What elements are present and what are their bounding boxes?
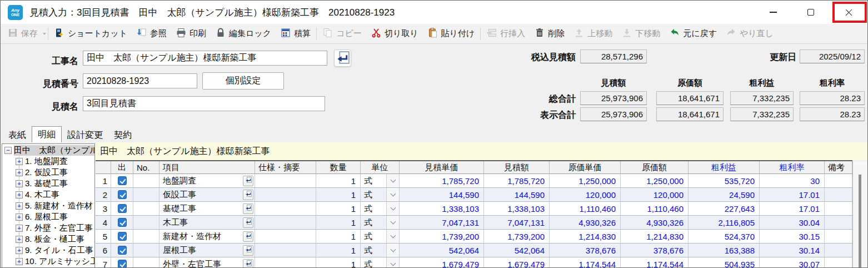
item-detail-button[interactable] xyxy=(243,190,253,200)
toolbar-cut-button[interactable]: 切り取り xyxy=(366,26,423,42)
toolbar-lock-button[interactable]: 編集ロック xyxy=(211,26,276,42)
note-cell[interactable] xyxy=(825,230,852,244)
toolbar-paste-button[interactable]: 貼り付け xyxy=(423,26,480,42)
spec-cell[interactable] xyxy=(255,230,316,244)
qty-cell[interactable]: 1 xyxy=(316,188,361,202)
no-cell[interactable] xyxy=(133,188,159,202)
tree-item[interactable]: +10. アルミサッシ工事 xyxy=(2,256,94,267)
toolbar-print-button[interactable]: 印刷 xyxy=(171,26,211,42)
no-cell[interactable] xyxy=(133,244,159,257)
expand-icon[interactable]: + xyxy=(16,202,23,210)
toolbar-undo-button[interactable]: 元に戻す xyxy=(665,26,721,42)
unit-cell[interactable]: 式 xyxy=(361,216,400,230)
unit-cell[interactable]: 式 xyxy=(361,202,400,216)
output-checkbox[interactable] xyxy=(118,176,127,185)
toolbar-refer-button[interactable]: 参照 xyxy=(132,26,171,42)
item-cell[interactable]: 基礎工事 xyxy=(159,202,255,216)
qty-cell[interactable]: 1 xyxy=(316,244,361,257)
expand-icon[interactable]: + xyxy=(16,191,23,198)
output-checkbox[interactable] xyxy=(118,218,127,227)
cost-amount-cell[interactable]: 1,110,460 xyxy=(621,202,689,216)
item-detail-button[interactable] xyxy=(243,245,253,256)
unit-cell[interactable]: 式 xyxy=(361,244,400,257)
spec-cell[interactable] xyxy=(255,257,316,268)
note-cell[interactable] xyxy=(825,257,852,268)
output-checkbox[interactable] xyxy=(118,260,127,268)
tree-item[interactable]: +1. 地盤調査 xyxy=(2,156,94,167)
amount-cell[interactable]: 1,739,200 xyxy=(484,230,550,244)
unit-dropdown-button[interactable] xyxy=(386,244,399,257)
cost-unit-price-cell[interactable]: 378,676 xyxy=(550,244,621,257)
expand-icon[interactable]: + xyxy=(16,180,23,187)
unit-price-cell[interactable]: 542,064 xyxy=(400,244,484,257)
no-cell[interactable] xyxy=(133,216,159,230)
unit-dropdown-button[interactable] xyxy=(386,216,399,229)
expand-icon[interactable]: + xyxy=(16,214,23,221)
tree-item[interactable]: +2. 仮設工事 xyxy=(2,167,94,178)
note-cell[interactable] xyxy=(825,174,852,188)
cost-amount-cell[interactable]: 1,214,830 xyxy=(621,230,689,244)
expand-icon[interactable]: + xyxy=(16,158,23,165)
unit-dropdown-button[interactable] xyxy=(386,174,399,187)
item-cell[interactable]: 新建材・造作材 xyxy=(159,230,255,244)
collapse-icon[interactable]: − xyxy=(4,147,12,154)
qty-cell[interactable]: 1 xyxy=(316,257,361,268)
gross-rate-cell[interactable]: 17.01 xyxy=(760,202,825,216)
amount-cell[interactable]: 1,338,103 xyxy=(484,202,550,216)
amount-cell[interactable]: 1,785,720 xyxy=(484,174,550,188)
vertical-scrollbar[interactable] xyxy=(852,161,868,268)
spec-cell[interactable] xyxy=(255,188,316,202)
unit-dropdown-button[interactable] xyxy=(386,230,399,243)
spec-cell[interactable] xyxy=(255,174,316,188)
cost-amount-cell[interactable]: 378,676 xyxy=(621,244,689,257)
cost-amount-cell[interactable]: 4,930,326 xyxy=(621,216,689,230)
unit-dropdown-button[interactable] xyxy=(386,188,399,201)
unit-price-cell[interactable]: 1,739,200 xyxy=(400,230,484,244)
item-detail-button[interactable] xyxy=(243,204,253,214)
unit-price-cell[interactable]: 1,785,720 xyxy=(400,174,484,188)
amount-cell[interactable]: 1,679,479 xyxy=(484,257,550,268)
item-cell[interactable]: 木工事 xyxy=(159,216,255,230)
unit-cell[interactable]: 式 xyxy=(361,230,400,244)
gross-profit-cell[interactable]: 524,370 xyxy=(689,230,760,244)
item-cell[interactable]: 地盤調査 xyxy=(159,174,255,188)
no-cell[interactable] xyxy=(133,202,159,216)
note-cell[interactable] xyxy=(825,188,852,202)
toolbar-trash-button[interactable]: 削除 xyxy=(530,26,569,42)
expand-icon[interactable]: + xyxy=(16,169,23,176)
gross-rate-cell[interactable]: 30.04 xyxy=(760,216,825,230)
minimize-button[interactable] xyxy=(754,1,792,24)
unit-price-cell[interactable]: 7,047,131 xyxy=(400,216,484,230)
estimate-name-input[interactable] xyxy=(83,96,325,111)
expand-icon[interactable]: + xyxy=(16,236,23,243)
item-detail-button[interactable] xyxy=(243,217,253,228)
unit-price-cell[interactable]: 1,679,479 xyxy=(400,257,484,268)
cost-unit-price-cell[interactable]: 1,174,544 xyxy=(550,257,621,268)
qty-cell[interactable]: 1 xyxy=(316,230,361,244)
estimate-no-input[interactable] xyxy=(83,73,197,88)
note-cell[interactable] xyxy=(825,216,852,230)
close-button[interactable] xyxy=(830,1,867,24)
expand-icon[interactable]: + xyxy=(16,258,23,265)
output-checkbox[interactable] xyxy=(118,232,127,241)
tree-item[interactable]: +8. 板金・樋工事 xyxy=(2,234,94,245)
gross-rate-cell[interactable]: 30.07 xyxy=(760,257,825,268)
item-detail-button[interactable] xyxy=(243,231,253,242)
gross-profit-cell[interactable]: 504,935 xyxy=(689,257,760,268)
toolbar-door-button[interactable]: ショートカット xyxy=(49,26,132,42)
expand-icon[interactable]: + xyxy=(16,225,23,232)
gross-profit-cell[interactable]: 227,643 xyxy=(689,202,760,216)
qty-cell[interactable]: 1 xyxy=(316,216,361,230)
gross-rate-cell[interactable]: 30 xyxy=(760,174,825,188)
gross-profit-cell[interactable]: 535,720 xyxy=(689,174,760,188)
cost-amount-cell[interactable]: 1,250,000 xyxy=(621,174,689,188)
item-detail-button[interactable] xyxy=(243,259,253,268)
unit-dropdown-button[interactable] xyxy=(386,202,399,215)
spec-cell[interactable] xyxy=(255,216,316,230)
maximize-button[interactable] xyxy=(792,1,830,24)
cost-unit-price-cell[interactable]: 4,930,326 xyxy=(550,216,621,230)
tab-design-change[interactable]: 設計変更 xyxy=(62,128,108,142)
tab-cover[interactable]: 表紙 xyxy=(3,128,32,142)
no-cell[interactable] xyxy=(133,257,159,268)
toolbar-calc-button[interactable]: 積算 xyxy=(276,26,315,42)
